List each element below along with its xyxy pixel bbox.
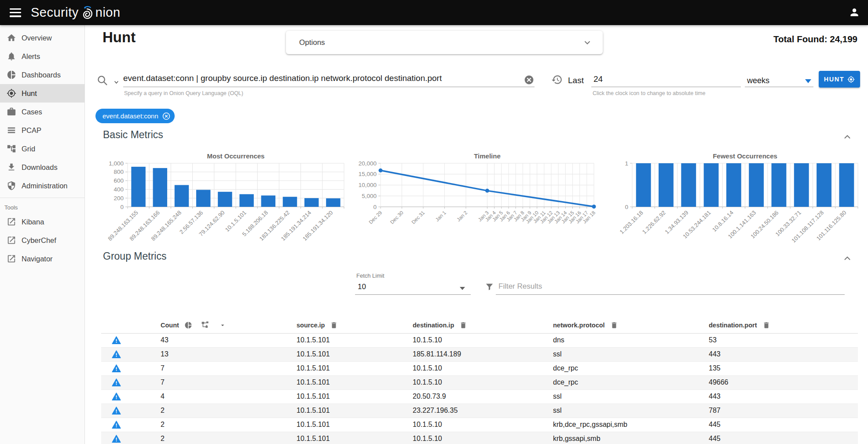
sidebar-item-hunt[interactable]: Hunt xyxy=(0,84,84,103)
total-found-label: Total Found: xyxy=(773,34,828,44)
user-account-icon[interactable] xyxy=(849,7,860,18)
svg-text:600: 600 xyxy=(114,177,124,184)
table-row[interactable]: 210.1.5.10123.227.196.35ssl787 xyxy=(101,404,858,418)
row-action-warning-icon[interactable] xyxy=(112,393,121,401)
trash-icon[interactable] xyxy=(762,321,770,329)
column-header-destination-ip[interactable]: destination.ip xyxy=(413,322,454,329)
row-action-cell[interactable] xyxy=(101,375,161,389)
table-row[interactable]: 210.1.5.10110.1.5.10krb,dce_rpc,gssapi,s… xyxy=(101,418,858,432)
group-metrics-heading: Group Metrics xyxy=(103,250,166,262)
sidebar-item-label: Navigator xyxy=(22,255,53,263)
row-action-cell[interactable] xyxy=(101,361,161,375)
column-header-source-ip[interactable]: source.ip xyxy=(297,322,325,329)
column-header-destination-port[interactable]: destination.port xyxy=(709,322,757,329)
svg-text:Jan 1: Jan 1 xyxy=(435,210,447,222)
query-hint: Specify a query in Onion Query Language … xyxy=(124,90,243,96)
sidebar-item-label: Grid xyxy=(22,145,35,153)
row-action-cell[interactable] xyxy=(101,333,161,347)
row-action-warning-icon[interactable] xyxy=(112,421,121,429)
crosshair-icon xyxy=(847,76,855,83)
row-action-warning-icon[interactable] xyxy=(112,407,121,415)
row-action-warning-icon[interactable] xyxy=(112,364,121,373)
chart-svg-timeline: Timeline05,00010,00015,00020,000Dec 29De… xyxy=(358,147,604,253)
query-history-caret-icon[interactable] xyxy=(113,80,120,85)
rows-icon xyxy=(7,125,16,135)
table-cell: 10.1.5.101 xyxy=(297,404,413,418)
chart-svg-fewest-occurrences: Fewest Occurrences011.203.16.181.226.62.… xyxy=(613,147,859,253)
sidebar-item-overview[interactable]: Overview xyxy=(0,29,84,47)
action-column-header xyxy=(101,317,161,333)
table-row[interactable]: 410.1.5.10120.50.73.9ssl443 xyxy=(101,389,858,404)
sidebar-item-administration[interactable]: Administration xyxy=(0,176,84,195)
fetch-limit-caret-icon[interactable] xyxy=(460,287,465,290)
row-action-cell[interactable] xyxy=(101,389,161,404)
sidebar-item-downloads[interactable]: Downloads xyxy=(0,158,84,176)
table-cell: dns xyxy=(553,333,709,347)
options-panel[interactable]: Options xyxy=(286,31,603,54)
briefcase-icon xyxy=(7,107,16,117)
page-title: Hunt xyxy=(103,29,136,46)
group-metrics-collapse-icon[interactable] xyxy=(842,253,852,263)
svg-text:10,000: 10,000 xyxy=(359,182,377,188)
trash-icon[interactable] xyxy=(330,321,338,329)
row-action-cell[interactable] xyxy=(101,432,161,444)
sidebar-item-navigator[interactable]: Navigator xyxy=(0,250,84,268)
pie-chart-toggle-icon[interactable] xyxy=(184,321,192,329)
chip-close-icon[interactable] xyxy=(162,112,171,121)
filter-chip[interactable]: event.dataset:conn xyxy=(95,109,175,123)
group-metrics-table: Count source.ip xyxy=(101,317,858,444)
row-action-warning-icon[interactable] xyxy=(112,350,121,359)
units-underline xyxy=(745,87,813,87)
svg-text:20,000: 20,000 xyxy=(359,160,377,167)
svg-text:Most Occurrences: Most Occurrences xyxy=(207,152,265,160)
row-action-warning-icon[interactable] xyxy=(112,378,121,387)
svg-text:Dec 30: Dec 30 xyxy=(389,210,404,225)
table-cell: ssl xyxy=(553,347,709,361)
basic-metrics-collapse-icon[interactable] xyxy=(842,132,852,142)
units-caret-icon[interactable] xyxy=(805,79,811,83)
trash-icon[interactable] xyxy=(459,321,467,329)
duration-input[interactable] xyxy=(593,74,725,84)
sidebar-item-pcap[interactable]: PCAP xyxy=(0,121,84,139)
table-cell: krb,gssapi,smb xyxy=(553,432,709,444)
row-action-warning-icon[interactable] xyxy=(112,336,121,345)
table-row[interactable]: 710.1.5.10110.1.5.10dce_rpc49666 xyxy=(101,375,858,389)
sidebar-item-dashboards[interactable]: Dashboards xyxy=(0,66,84,84)
sidebar-item-grid[interactable]: Grid xyxy=(0,139,84,158)
total-found-value: 24,199 xyxy=(830,34,857,44)
history-clock-icon[interactable] xyxy=(551,74,563,85)
table-cell: 10.1.5.10 xyxy=(413,418,553,432)
filter-results-input[interactable] xyxy=(498,282,842,291)
sankey-toggle-icon[interactable] xyxy=(201,321,209,329)
sidebar-nav: OverviewAlertsDashboardsHuntCasesPCAPGri… xyxy=(0,25,84,195)
column-header-count[interactable]: Count xyxy=(161,322,179,329)
table-row[interactable]: 210.1.5.10110.1.5.10krb,gssapi,smb445 xyxy=(101,432,858,444)
units-select[interactable]: weeks xyxy=(747,76,769,85)
table-cell: 135 xyxy=(709,361,858,375)
row-action-cell[interactable] xyxy=(101,347,161,361)
sidebar-item-alerts[interactable]: Alerts xyxy=(0,47,84,66)
query-underline xyxy=(123,87,535,87)
row-action-cell[interactable] xyxy=(101,418,161,432)
row-action-cell[interactable] xyxy=(101,404,161,418)
table-row[interactable]: 4310.1.5.10110.1.5.10dns53 xyxy=(101,333,858,347)
duration-hint: Click the clock icon to change to absolu… xyxy=(593,90,705,96)
hunt-button[interactable]: HUNT xyxy=(819,71,860,88)
trash-icon[interactable] xyxy=(610,321,618,329)
row-action-warning-icon[interactable] xyxy=(112,435,121,443)
sidebar-item-kibana[interactable]: Kibana xyxy=(0,213,84,231)
table-row[interactable]: 1310.1.5.101185.81.114.189ssl443 xyxy=(101,347,858,361)
hamburger-menu-icon[interactable] xyxy=(10,8,21,17)
fetch-limit-select[interactable]: 10 xyxy=(358,283,366,291)
query-input[interactable] xyxy=(123,73,521,83)
sidebar-item-cyberchef[interactable]: CyberChef xyxy=(0,231,84,250)
column-menu-caret-icon[interactable] xyxy=(219,322,226,329)
svg-text:Timeline: Timeline xyxy=(474,152,501,160)
table-row[interactable]: 710.1.5.10110.1.5.10dce_rpc135 xyxy=(101,361,858,375)
table-cell: 185.81.114.189 xyxy=(413,347,553,361)
svg-text:1.203.16.18: 1.203.16.18 xyxy=(619,209,645,235)
svg-text:1,000: 1,000 xyxy=(109,160,124,167)
clear-query-icon[interactable] xyxy=(524,75,534,85)
column-header-network-protocol[interactable]: network.protocol xyxy=(553,322,605,329)
sidebar-item-cases[interactable]: Cases xyxy=(0,103,84,121)
